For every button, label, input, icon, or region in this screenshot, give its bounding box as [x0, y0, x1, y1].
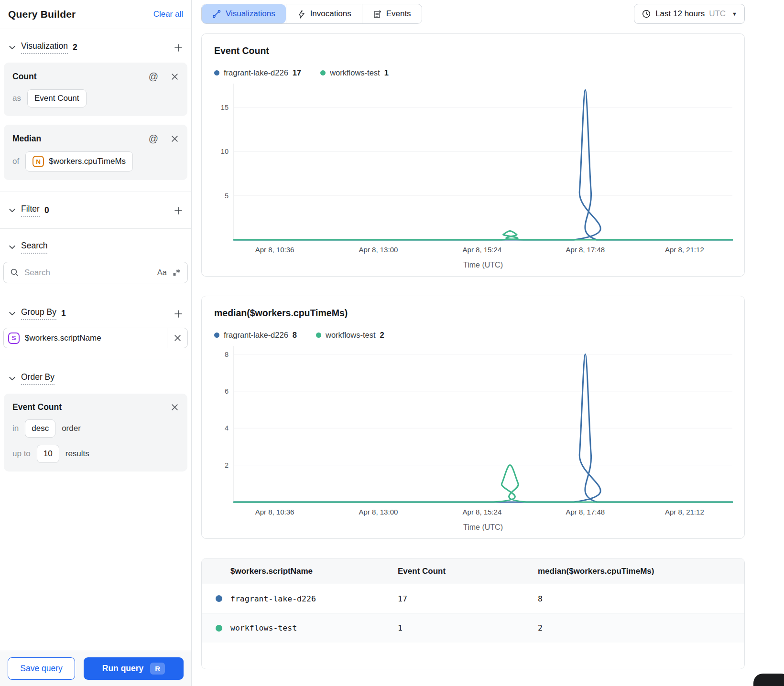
table-row: fragrant-lake-d226178	[202, 584, 744, 613]
run-query-label: Run query	[102, 664, 144, 674]
legend-item[interactable]: fragrant-lake-d22617	[214, 68, 301, 77]
tab-label: Visualizations	[226, 9, 275, 19]
event-count-chart-card: Event Count fragrant-lake-d22617workflow…	[201, 33, 745, 277]
regex-icon[interactable]	[172, 268, 181, 277]
legend-series-value: 2	[380, 331, 384, 340]
add-group-by-button[interactable]	[174, 309, 183, 319]
search-section-label: Search	[21, 241, 47, 254]
section-divider	[0, 228, 191, 229]
chevron-down-icon: ▼	[732, 11, 737, 17]
number-type-icon: N	[33, 156, 44, 167]
at-mention-icon[interactable]: @	[149, 71, 158, 82]
legend-series-value: 1	[384, 68, 389, 77]
table-column-header: $workers.scriptName	[230, 567, 398, 576]
bolt-icon	[297, 10, 306, 19]
tab-visualizations[interactable]: Visualizations	[202, 4, 286, 23]
series-line-fragrant-lake-d226	[234, 90, 732, 240]
median-chart-card: median($workers.cpuTimeMs) fragrant-lake…	[201, 296, 745, 539]
search-box: Aa	[3, 262, 188, 283]
table-column-header: Event Count	[398, 567, 538, 576]
filter-section-header: Filter 0	[0, 204, 191, 217]
chevron-down-icon[interactable]	[8, 375, 16, 383]
time-range-label: Last 12 hours	[655, 9, 705, 19]
add-visualization-button[interactable]	[174, 43, 183, 53]
legend-series-value: 8	[293, 331, 297, 340]
x-axis-label: Time (UTC)	[463, 261, 503, 269]
tab-invocations[interactable]: Invocations	[286, 4, 362, 23]
group-by-field-chip[interactable]: S $workers.scriptName	[3, 328, 188, 348]
visualization-card-median: Median @ of N $workers.cpuTimeMs	[4, 125, 187, 180]
legend-series-value: 17	[293, 68, 301, 77]
search-icon	[10, 268, 19, 277]
chevron-down-icon[interactable]	[8, 206, 16, 214]
filter-section-label: Filter	[21, 204, 40, 217]
sidebar-header: Query Builder Clear all	[0, 0, 191, 29]
visualization-alias-chip[interactable]: Event Count	[27, 89, 87, 107]
remove-visualization-icon[interactable]	[171, 135, 179, 143]
results-table: $workers.scriptNameEvent Countmedian($wo…	[201, 558, 745, 669]
y-axis-tick: 15	[221, 104, 229, 111]
group-by-section-header: Group By 1	[0, 307, 191, 320]
save-query-button[interactable]: Save query	[8, 657, 75, 680]
visualization-alias-value: Event Count	[34, 94, 79, 103]
search-input[interactable]	[24, 268, 152, 278]
chevron-down-icon[interactable]	[8, 310, 16, 318]
legend-item[interactable]: workflows-test2	[316, 331, 384, 340]
remove-group-by-button[interactable]	[167, 328, 187, 348]
chevron-down-icon[interactable]	[8, 243, 16, 251]
result-limit-chip[interactable]: 10	[37, 445, 59, 463]
x-axis-tick: Apr 8, 10:36	[255, 508, 294, 516]
event-count-chart: 51015Apr 8, 10:36Apr 8, 13:00Apr 8, 15:2…	[214, 82, 732, 272]
y-axis-tick: 2	[225, 461, 229, 469]
x-axis-tick: Apr 8, 13:00	[359, 246, 398, 254]
tab-label: Invocations	[310, 9, 351, 19]
x-axis-label: Time (UTC)	[463, 523, 503, 531]
table-column-header: median($workers.cpuTimeMs)	[538, 567, 744, 576]
time-zone-label: UTC	[709, 9, 726, 19]
legend-series-name: workflows-test	[330, 68, 380, 77]
filter-count: 0	[44, 205, 49, 215]
group-by-count: 1	[61, 309, 66, 319]
remove-visualization-icon[interactable]	[171, 73, 179, 81]
median-field-chip[interactable]: N $workers.cpuTimeMs	[25, 151, 133, 172]
remove-order-by-icon[interactable]	[171, 403, 179, 411]
series-color-dot	[216, 595, 222, 602]
results-label: results	[65, 449, 89, 459]
run-query-button[interactable]: Run query R	[84, 657, 184, 680]
at-mention-icon[interactable]: @	[149, 133, 158, 144]
in-label: in	[12, 424, 19, 433]
order-by-card: Event Count in desc order up to 10 resul…	[4, 394, 187, 472]
tab-events[interactable]: Events	[362, 4, 422, 23]
clear-all-button[interactable]: Clear all	[153, 10, 183, 19]
chart-plot-area: 2468Apr 8, 10:36Apr 8, 13:00Apr 8, 15:24…	[214, 344, 733, 533]
table-row: workflows-test12	[202, 613, 744, 643]
order-direction-chip[interactable]: desc	[25, 419, 55, 438]
floating-widget-corner[interactable]	[753, 674, 784, 686]
tab-label: Events	[386, 9, 411, 19]
series-line-workflows-test	[234, 465, 732, 502]
x-axis-tick: Apr 8, 15:24	[463, 508, 502, 516]
table-cell: fragrant-lake-d226	[230, 594, 398, 603]
add-filter-button[interactable]	[174, 206, 183, 215]
x-axis-tick: Apr 8, 10:36	[255, 246, 294, 254]
match-case-icon[interactable]: Aa	[157, 268, 167, 277]
visualization-section-label: Visualization	[21, 41, 68, 54]
legend-item[interactable]: workflows-test1	[320, 68, 389, 77]
median-field-value: $workers.cpuTimeMs	[49, 157, 126, 166]
visualization-function-label: Median	[12, 134, 41, 144]
order-by-section-header: Order By	[0, 372, 191, 385]
x-axis-tick: Apr 8, 15:24	[463, 246, 502, 254]
legend-dot	[214, 332, 219, 338]
legend-item[interactable]: fragrant-lake-d2268	[214, 331, 297, 340]
main-content: Visualizations Invocations Events Last 1…	[192, 0, 784, 686]
y-axis-tick: 10	[221, 148, 229, 155]
table-cell: 8	[538, 594, 744, 603]
close-icon	[174, 334, 182, 342]
query-builder-sidebar: Query Builder Clear all Visualization 2 …	[0, 0, 192, 686]
clock-icon	[642, 9, 651, 19]
chart-legend: fragrant-lake-d2268workflows-test2	[214, 331, 732, 340]
time-range-selector[interactable]: Last 12 hours UTC ▼	[634, 4, 745, 24]
chevron-down-icon[interactable]	[8, 43, 16, 52]
page-title: Query Builder	[8, 9, 76, 20]
section-divider	[0, 192, 191, 192]
